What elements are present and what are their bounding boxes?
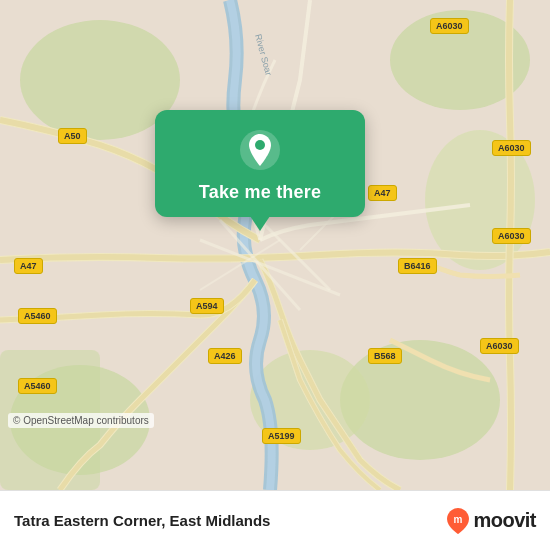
road-badge-b6416: B6416 <box>398 258 437 274</box>
take-me-there-label: Take me there <box>199 182 321 203</box>
map-attribution: © OpenStreetMap contributors <box>8 413 154 428</box>
road-badge-b568: B568 <box>368 348 402 364</box>
road-badge-a47-1: A47 <box>368 185 397 201</box>
road-badge-a6030-1: A6030 <box>430 18 469 34</box>
road-badge-a426: A426 <box>208 348 242 364</box>
location-pin-icon <box>238 128 282 172</box>
road-badge-a5199: A5199 <box>262 428 301 444</box>
map-container: River Soar River Soar A6030 A6030 A6030 … <box>0 0 550 490</box>
location-name: Tatra Eastern Corner, East Midlands <box>14 512 270 529</box>
road-badge-a5460-2: A5460 <box>18 378 57 394</box>
road-badge-a5460-1: A5460 <box>18 308 57 324</box>
road-badge-a50: A50 <box>58 128 87 144</box>
moovit-pin-icon: m <box>447 508 469 534</box>
road-badge-a594: A594 <box>190 298 224 314</box>
location-info: Tatra Eastern Corner, East Midlands <box>14 512 270 529</box>
moovit-logo: m moovit <box>447 508 536 534</box>
road-badge-a47-2: A47 <box>14 258 43 274</box>
bottom-bar: Tatra Eastern Corner, East Midlands m mo… <box>0 490 550 550</box>
road-badge-a6030-2: A6030 <box>492 140 531 156</box>
road-badge-a6030-4: A6030 <box>480 338 519 354</box>
svg-text:m: m <box>454 514 463 525</box>
svg-point-16 <box>255 140 265 150</box>
moovit-text: moovit <box>473 509 536 532</box>
popup-card[interactable]: Take me there <box>155 110 365 217</box>
road-badge-a6030-3: A6030 <box>492 228 531 244</box>
